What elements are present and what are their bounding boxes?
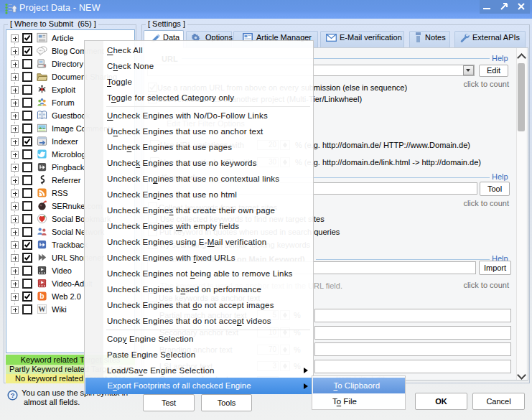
svg-text:W: W xyxy=(38,305,46,313)
svg-text:?: ? xyxy=(11,392,15,399)
svg-text:b: b xyxy=(39,292,44,300)
